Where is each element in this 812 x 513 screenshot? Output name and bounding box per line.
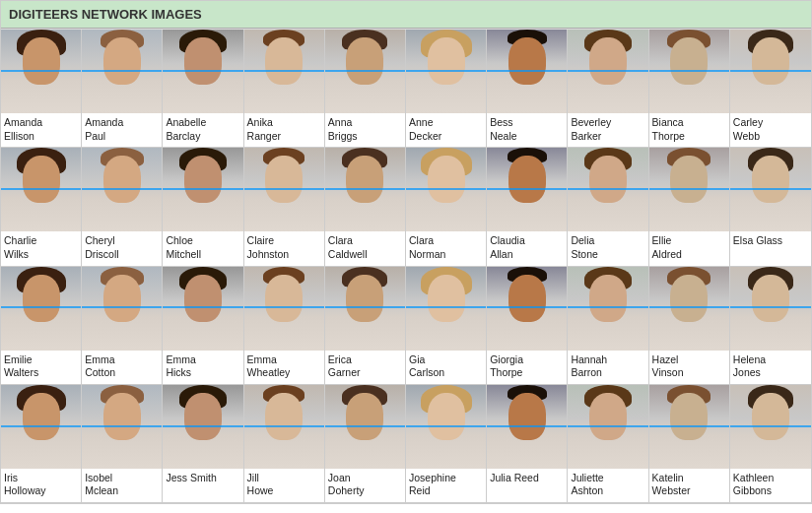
person-cell[interactable]: Emma Wheatley: [244, 267, 325, 385]
gallery-container: DIGITEERS NETWORK IMAGES Amanda EllisonA…: [0, 0, 812, 504]
person-cell[interactable]: Emilie Walters: [1, 267, 82, 385]
person-cell[interactable]: Erica Garner: [325, 267, 406, 385]
person-cell[interactable]: Iris Holloway: [1, 385, 82, 503]
person-cell[interactable]: Elsa Glass: [730, 148, 811, 266]
person-name: Isobel Mclean: [82, 469, 121, 502]
person-name: Bess Neale: [487, 113, 519, 147]
person-name: Joan Doherty: [325, 469, 368, 502]
person-name: Ellie Aldred: [649, 231, 685, 265]
gallery-grid: Amanda EllisonAmanda PaulAnabelle Barcla…: [1, 29, 811, 503]
person-name: Emma Hicks: [163, 351, 198, 384]
gallery-title: DIGITEERS NETWORK IMAGES: [9, 7, 202, 22]
person-name: Chloe Mitchell: [163, 231, 204, 265]
person-cell[interactable]: Anika Ranger: [244, 30, 325, 148]
person-name: Emma Wheatley: [244, 351, 294, 384]
person-cell[interactable]: Clara Caldwell: [325, 148, 406, 266]
person-cell[interactable]: Ellie Aldred: [649, 148, 730, 266]
person-name: Iris Holloway: [1, 469, 49, 502]
person-name: Anne Decker: [406, 113, 444, 147]
person-name: Clara Norman: [406, 231, 448, 265]
person-name: Bianca Thorpe: [649, 113, 688, 147]
person-cell[interactable]: Amanda Paul: [82, 30, 163, 148]
person-name: Cheryl Driscoll: [82, 231, 121, 265]
person-name: Claire Johnston: [244, 231, 293, 265]
person-cell[interactable]: Gia Carlson: [406, 267, 487, 385]
person-cell[interactable]: Jess Smith: [163, 385, 243, 503]
person-cell[interactable]: Beverley Barker: [568, 30, 648, 148]
person-cell[interactable]: Juliette Ashton: [568, 385, 648, 503]
person-cell[interactable]: Charlie Wilks: [1, 148, 82, 266]
person-name: Delia Stone: [568, 231, 600, 265]
person-name: Jess Smith: [163, 469, 219, 496]
person-cell[interactable]: Anabelle Barclay: [163, 30, 243, 148]
person-cell[interactable]: Joan Doherty: [325, 385, 406, 503]
person-cell[interactable]: Jill Howe: [244, 385, 325, 503]
person-cell[interactable]: Delia Stone: [568, 148, 648, 266]
person-name: Hannah Barron: [568, 351, 610, 384]
person-cell[interactable]: Kathleen Gibbons: [730, 385, 811, 503]
person-cell[interactable]: Anne Decker: [406, 30, 487, 148]
person-name: Emma Cotton: [82, 351, 118, 384]
person-cell[interactable]: Katelin Webster: [649, 385, 730, 503]
person-name: Carley Webb: [730, 113, 766, 147]
person-cell[interactable]: Hazel Vinson: [649, 267, 730, 385]
person-name: Helena Jones: [730, 351, 769, 384]
person-name: Erica Garner: [325, 351, 364, 384]
person-cell[interactable]: Anna Briggs: [325, 30, 406, 148]
person-cell[interactable]: Claudia Allan: [487, 148, 568, 266]
person-cell[interactable]: Julia Reed: [487, 385, 568, 503]
person-cell[interactable]: Bianca Thorpe: [649, 30, 730, 148]
person-name: Beverley Barker: [568, 113, 614, 147]
person-name: Julia Reed: [487, 469, 542, 496]
person-cell[interactable]: Clara Norman: [406, 148, 487, 266]
person-name: Giorgia Thorpe: [487, 351, 526, 384]
person-cell[interactable]: Emma Cotton: [82, 267, 163, 385]
person-name: Kathleen Gibbons: [730, 469, 777, 502]
person-cell[interactable]: Bess Neale: [487, 30, 568, 148]
person-cell[interactable]: Isobel Mclean: [82, 385, 163, 503]
person-name: Anabelle Barclay: [163, 113, 209, 147]
person-name: Katelin Webster: [649, 469, 694, 502]
gallery-header: DIGITEERS NETWORK IMAGES: [1, 1, 811, 29]
person-cell[interactable]: Giorgia Thorpe: [487, 267, 568, 385]
person-cell[interactable]: Emma Hicks: [163, 267, 243, 385]
person-name: Anika Ranger: [244, 113, 284, 147]
person-cell[interactable]: Claire Johnston: [244, 148, 325, 266]
person-name: Elsa Glass: [730, 231, 785, 259]
person-name: Juliette Ashton: [568, 469, 606, 502]
person-cell[interactable]: Carley Webb: [730, 30, 811, 148]
person-name: Emilie Walters: [1, 351, 41, 384]
person-cell[interactable]: Cheryl Driscoll: [82, 148, 163, 266]
person-name: Amanda Paul: [82, 113, 126, 147]
person-name: Josephine Reid: [406, 469, 459, 502]
person-cell[interactable]: Hannah Barron: [568, 267, 648, 385]
person-cell[interactable]: Amanda Ellison: [1, 30, 82, 148]
person-name: Anna Briggs: [325, 113, 361, 147]
person-cell[interactable]: Chloe Mitchell: [163, 148, 243, 266]
person-name: Hazel Vinson: [649, 351, 687, 384]
person-cell[interactable]: Josephine Reid: [406, 385, 487, 503]
person-name: Amanda Ellison: [1, 113, 45, 147]
person-name: Jill Howe: [244, 469, 277, 502]
person-name: Gia Carlson: [406, 351, 447, 384]
person-name: Claudia Allan: [487, 231, 528, 265]
person-cell[interactable]: Helena Jones: [730, 267, 811, 385]
person-name: Clara Caldwell: [325, 231, 371, 265]
person-name: Charlie Wilks: [1, 231, 39, 265]
